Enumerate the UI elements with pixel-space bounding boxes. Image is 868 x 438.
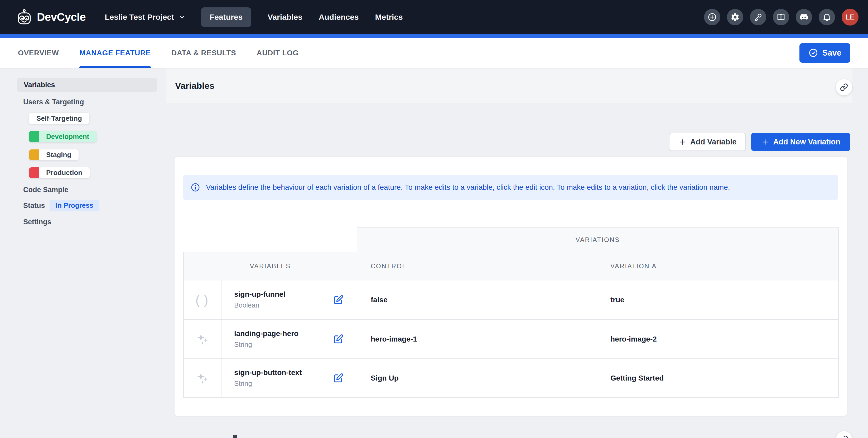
chevron-down-icon [179,14,186,21]
variables-table: VARIATIONS VARIABLES CONTROL VARIATION A… [183,228,838,398]
check-circle-icon [808,48,818,58]
sidebar-env-production[interactable]: Production [29,167,90,178]
env-color-swatch [29,131,39,142]
sidebar-env-self-targeting[interactable]: Self-Targeting [29,113,89,124]
docs-button[interactable] [773,9,789,25]
settings-button[interactable] [727,9,743,25]
add-circle-icon [707,12,717,22]
sidebar-item-settings[interactable]: Settings [23,218,52,226]
status-badge[interactable]: In Progress [50,200,99,211]
discord-button[interactable] [796,9,812,25]
project-name: Leslie Test Project [105,13,174,22]
feature-sidebar: Variables Users & Targeting Self-Targeti… [0,69,166,438]
variation-a-value-cell: true [596,280,839,319]
column-group-variations: VARIATIONS [357,228,839,252]
edit-variable-button[interactable] [333,294,344,306]
add-new-variation-button[interactable]: Add New Variation [751,133,850,151]
variable-name-cell: sign-up-funnel Boolean [221,280,357,319]
discord-icon [799,12,809,22]
devcycle-app: DevCycle Leslie Test Project Features Va… [0,0,868,438]
section-link-button[interactable] [836,79,852,95]
feature-tabbar: OVERVIEW MANAGE FEATURE DATA & RESULTS A… [0,38,868,69]
navbar-actions: LE [704,9,859,26]
edit-variable-button[interactable] [333,372,344,384]
info-banner: Variables define the behaviour of each v… [183,175,838,200]
main-panel: Variables Add Variable Add New Variation [166,69,852,438]
info-banner-text: Variables define the behaviour of each v… [206,183,730,192]
add-variable-button[interactable]: Add Variable [669,133,746,151]
tab-manage-feature[interactable]: MANAGE FEATURE [80,38,151,68]
nav-item-variables[interactable]: Variables [268,7,303,27]
tab-data-results[interactable]: DATA & RESULTS [172,38,236,68]
control-value-cell: Sign Up [357,359,596,398]
variation-a-value-cell: hero-image-2 [596,319,839,359]
add-variable-label: Add Variable [690,138,737,146]
accent-bar [0,34,868,38]
env-color-swatch [29,167,39,178]
key-icon [753,12,763,22]
info-icon [191,182,200,192]
devcycle-robot-icon [16,9,33,26]
variables-card: Variables define the behaviour of each v… [174,157,847,416]
feature-tabs: OVERVIEW MANAGE FEATURE DATA & RESULTS A… [18,38,299,68]
table-corner-spacer [183,228,357,252]
nav-item-audiences[interactable]: Audiences [319,7,359,27]
variable-type-cell [183,359,221,398]
sidebar-item-variables[interactable]: Variables [17,78,157,92]
variation-a-value-cell: Getting Started [596,359,839,398]
env-label: Development [39,131,96,142]
control-value-cell: hero-image-1 [357,319,596,359]
plus-icon [678,138,686,146]
boolean-parentheses-icon: ( ) [196,293,209,307]
section-header: Variables [166,69,852,103]
variable-name-cell: sign-up-button-text String [221,359,357,398]
column-header-variables: VARIABLES [183,252,357,280]
nav-item-features[interactable]: Features [201,7,251,27]
sidebar-item-code-sample[interactable]: Code Sample [23,186,68,194]
below-fold-content-peek [233,435,237,438]
next-section-link-button[interactable] [836,431,852,438]
edit-variable-button[interactable] [333,333,344,345]
save-label: Save [823,48,841,58]
add-new-variation-label: Add New Variation [773,138,840,146]
link-icon [840,435,848,438]
project-selector[interactable]: Leslie Test Project [105,13,186,22]
api-keys-button[interactable] [750,9,766,25]
user-avatar[interactable]: LE [842,9,859,26]
column-header-variation-a[interactable]: VARIATION A [596,252,839,280]
plus-icon [761,138,769,146]
primary-nav: Features Variables Audiences Metrics [201,7,403,27]
variable-type-cell: ( ) [183,280,221,319]
sidebar-env-development[interactable]: Development [29,131,96,142]
env-color-swatch [29,149,39,160]
column-header-control[interactable]: CONTROL [357,252,596,280]
brand-name: DevCycle [37,11,86,24]
string-sparkles-icon [196,372,209,384]
gear-icon [731,12,740,22]
control-value-cell: false [357,280,596,319]
notifications-button[interactable] [819,9,835,25]
env-label: Self-Targeting [29,113,89,124]
link-icon [840,83,848,92]
tab-audit-log[interactable]: AUDIT LOG [256,38,299,68]
variable-type-cell [183,319,221,359]
string-sparkles-icon [196,333,209,345]
save-button[interactable]: Save [800,43,850,63]
devcycle-logo[interactable]: DevCycle [16,9,86,26]
add-circle-button[interactable] [704,9,720,25]
env-label: Production [39,167,90,178]
variable-name-cell: landing-page-hero String [221,319,357,359]
nav-item-metrics[interactable]: Metrics [375,7,403,27]
env-label: Staging [39,149,79,160]
sidebar-env-staging[interactable]: Staging [29,149,79,160]
sidebar-item-users-targeting[interactable]: Users & Targeting [23,98,84,106]
top-navbar: DevCycle Leslie Test Project Features Va… [0,0,868,34]
page-title: Variables [175,81,214,91]
variation-actions: Add Variable Add New Variation [669,133,850,151]
tab-overview[interactable]: OVERVIEW [18,38,59,68]
sidebar-item-status: Status [23,202,45,210]
bell-icon [822,12,832,22]
book-icon [776,12,786,22]
